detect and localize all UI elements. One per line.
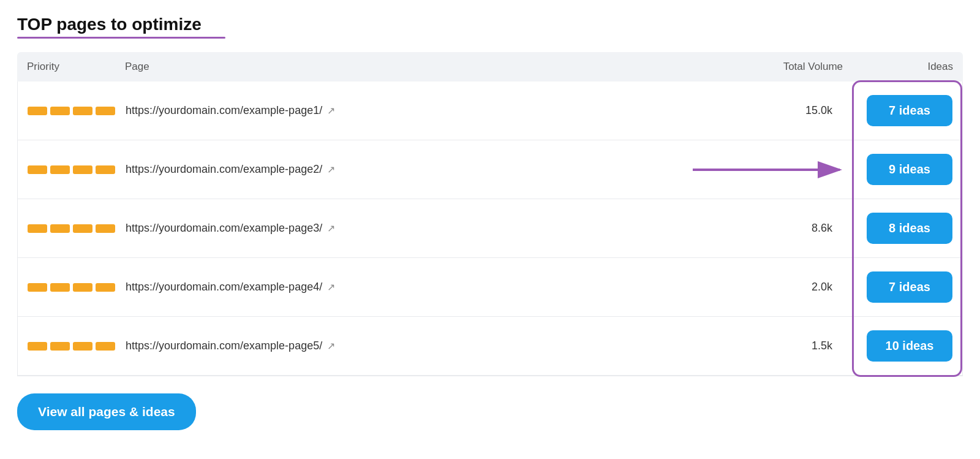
- external-link-icon: ↗: [327, 281, 335, 293]
- priority-bar: [28, 165, 47, 174]
- priority-bar: [28, 107, 47, 115]
- url-text: https://yourdomain.com/example-page1/: [126, 104, 322, 117]
- external-link-icon: ↗: [327, 164, 335, 175]
- priority-bar: [73, 165, 92, 174]
- ideas-button[interactable]: 9 ideas: [867, 154, 952, 185]
- page-url-cell: https://yourdomain.com/example-page4/↗: [126, 281, 732, 294]
- priority-bar: [28, 283, 47, 292]
- external-link-icon: ↗: [327, 340, 335, 352]
- priority-bar: [50, 224, 70, 233]
- view-all-button[interactable]: View all pages & ideas: [17, 393, 196, 430]
- priority-bar: [50, 283, 70, 292]
- priority-bar: [73, 107, 92, 115]
- priority-cell: [28, 342, 126, 351]
- volume-cell: 1.5k: [732, 340, 842, 352]
- url-text: https://yourdomain.com/example-page4/: [126, 281, 322, 294]
- table-row: https://yourdomain.com/example-page3/↗8.…: [18, 199, 962, 258]
- priority-bar: [50, 342, 70, 351]
- title-underline: [17, 37, 225, 39]
- ideas-button[interactable]: 8 ideas: [867, 213, 952, 244]
- table-row: https://yourdomain.com/example-page1/↗15…: [18, 82, 962, 140]
- priority-bar: [73, 224, 92, 233]
- page-url-cell: https://yourdomain.com/example-page5/↗: [126, 340, 732, 352]
- volume-cell: 8.6k: [732, 222, 842, 235]
- page-url-cell: https://yourdomain.com/example-page1/↗: [126, 104, 732, 117]
- page-title: TOP pages to optimize: [17, 15, 963, 34]
- priority-cell: [28, 165, 126, 174]
- priority-bars: [28, 342, 126, 351]
- volume-cell: 2.0k: [732, 281, 842, 294]
- priority-bars: [28, 165, 126, 174]
- volume-cell: 15.0k: [732, 104, 842, 117]
- page-url-cell: https://yourdomain.com/example-page3/↗: [126, 222, 732, 235]
- col-page: Page: [125, 61, 733, 73]
- priority-bars: [28, 107, 126, 115]
- priority-cell: [28, 283, 126, 292]
- priority-bar: [28, 224, 47, 233]
- priority-bars: [28, 283, 126, 292]
- priority-bar: [96, 107, 115, 115]
- priority-bar: [50, 107, 70, 115]
- table-row: https://yourdomain.com/example-page2/↗9 …: [18, 140, 962, 199]
- external-link-icon: ↗: [327, 105, 335, 116]
- table-row: https://yourdomain.com/example-page5/↗1.…: [18, 317, 962, 376]
- col-priority: Priority: [27, 61, 125, 73]
- page-url-cell: https://yourdomain.com/example-page2/↗: [126, 163, 732, 176]
- priority-bar: [50, 165, 70, 174]
- table-row: https://yourdomain.com/example-page4/↗2.…: [18, 258, 962, 317]
- ideas-button[interactable]: 7 ideas: [867, 271, 952, 303]
- priority-bar: [73, 342, 92, 351]
- ideas-button[interactable]: 7 ideas: [867, 95, 952, 126]
- priority-bar: [96, 224, 115, 233]
- priority-cell: [28, 107, 126, 115]
- table-header: Priority Page Total Volume Ideas: [17, 52, 963, 82]
- priority-bar: [96, 342, 115, 351]
- ideas-cell: 8 ideas: [842, 213, 952, 244]
- url-text: https://yourdomain.com/example-page3/: [126, 222, 322, 235]
- url-text: https://yourdomain.com/example-page2/: [126, 163, 322, 176]
- ideas-cell: 7 ideas: [842, 95, 952, 126]
- widget-container: TOP pages to optimize Priority Page Tota…: [17, 15, 963, 430]
- priority-bar: [28, 342, 47, 351]
- priority-bar: [73, 283, 92, 292]
- external-link-icon: ↗: [327, 222, 335, 234]
- ideas-cell: 7 ideas: [842, 271, 952, 303]
- table-body: https://yourdomain.com/example-page1/↗15…: [17, 82, 963, 376]
- ideas-button[interactable]: 10 ideas: [867, 330, 952, 362]
- priority-bar: [96, 283, 115, 292]
- url-text: https://yourdomain.com/example-page5/: [126, 340, 322, 352]
- priority-bar: [96, 165, 115, 174]
- priority-cell: [28, 224, 126, 233]
- col-ideas: Ideas: [843, 61, 953, 73]
- ideas-cell: 10 ideas: [842, 330, 952, 362]
- ideas-cell: 9 ideas: [842, 154, 952, 185]
- col-volume: Total Volume: [733, 61, 843, 73]
- priority-bars: [28, 224, 126, 233]
